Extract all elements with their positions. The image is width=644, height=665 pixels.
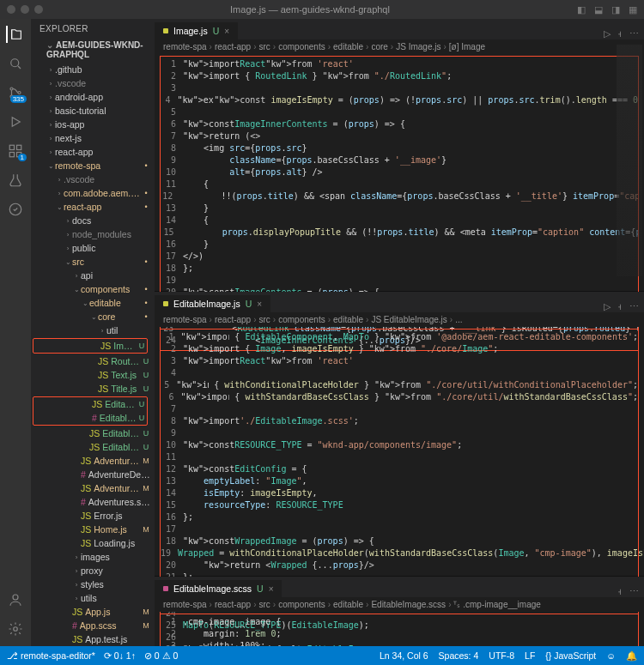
svg-point-10 (14, 627, 18, 632)
folder-remotespa[interactable]: ⌄remote-spa• (31, 159, 151, 172)
folder-basic[interactable]: ›basic-tutorial (31, 104, 151, 118)
close-icon[interactable]: × (224, 27, 229, 36)
breadcrumb-2[interactable]: remote-spa › react-app › src › component… (155, 312, 644, 327)
folder-docs[interactable]: ›docs (31, 214, 151, 227)
file-advdetailscss[interactable]: #AdventureDetail.scss (31, 468, 151, 481)
run-debug-icon[interactable] (7, 113, 24, 130)
file-editableimagejs[interactable]: JSEditableImage.jsU (33, 397, 147, 411)
svg-point-3 (18, 92, 21, 94)
file-apptestjs[interactable]: JSApp.test.js (31, 632, 151, 646)
panel-bottom-icon[interactable]: ⬓ (594, 4, 603, 15)
minimap[interactable] (617, 45, 642, 276)
file-loadingjs[interactable]: JSLoading.js (31, 536, 151, 550)
file-advdetailjs[interactable]: JSAdventureDetail.jsM (31, 454, 151, 468)
folder-reactapp1[interactable]: ›react-app (31, 145, 151, 159)
panel-left-icon[interactable]: ◧ (577, 4, 586, 15)
folder-public[interactable]: ›public (31, 241, 151, 255)
file-routedlink[interactable]: JSRoutedLink.jsU (31, 354, 151, 368)
max-dot[interactable] (34, 5, 43, 14)
tab-editableimage-scss[interactable]: EditableImage.scss U× (155, 580, 283, 597)
layout-icon[interactable]: ▦ (629, 4, 637, 15)
folder-utils[interactable]: ›utils (31, 591, 151, 605)
breadcrumb-3[interactable]: remote-spa › react-app › src › component… (155, 597, 644, 612)
split-icon[interactable]: ⫞ (617, 301, 623, 312)
window-title: Image.js — aem-guides-wknd-graphql (43, 4, 577, 15)
panel-right-icon[interactable]: ◨ (611, 4, 620, 15)
folder-comadobe[interactable]: ›com.adobe.aem.guides.wkn…• (31, 186, 151, 200)
folder-util[interactable]: ›util (31, 323, 151, 337)
folder-proxy[interactable]: ›proxy (31, 564, 151, 577)
close-icon[interactable]: × (257, 299, 262, 309)
editor-image-js: Image.js U× ▷ ⫞ ⋯ remote-spa › react-app… (155, 19, 644, 292)
indent-indicator[interactable]: Spaces: 4 (439, 650, 479, 662)
folder-api[interactable]: ›api (31, 269, 151, 282)
more-icon[interactable]: ⋯ (629, 586, 639, 597)
file-editabletextjs[interactable]: JSEditableText.jsU (31, 426, 151, 440)
file-adventuresscss[interactable]: #Adventures.scss (31, 495, 151, 509)
source-control-icon[interactable]: 335 (7, 84, 24, 101)
file-titlejs[interactable]: JSTitle.jsU (31, 382, 151, 396)
explorer-icon[interactable] (6, 26, 23, 43)
window-controls[interactable] (7, 5, 43, 14)
file-editableimagescss[interactable]: #EditableImage.scssU (33, 411, 147, 425)
scm-badge: 335 (10, 95, 27, 103)
encoding-indicator[interactable]: UTF-8 (489, 650, 514, 662)
folder-android[interactable]: ›android-app (31, 90, 151, 104)
more-icon[interactable]: ⋯ (629, 301, 639, 312)
file-appjs[interactable]: JSApp.jsM (31, 605, 151, 619)
file-textjs[interactable]: JSText.jsU (31, 368, 151, 382)
branch-indicator[interactable]: ⎇ remote-spa-editor* (7, 650, 95, 661)
extensions-icon[interactable]: 1 (7, 142, 24, 160)
eol-indicator[interactable]: LF (525, 650, 535, 662)
search-icon[interactable] (7, 55, 24, 72)
tab-actions-2: ▷ ⫞ ⋯ (604, 301, 644, 312)
tab-bar-1: Image.js U× ▷ ⫞ ⋯ (155, 19, 644, 39)
cursor-position[interactable]: Ln 34, Col 6 (380, 650, 428, 662)
folder-editable[interactable]: ⌄editable• (31, 296, 151, 310)
file-image-js[interactable]: JSImage.jsU (33, 339, 147, 353)
activity-bar: 335 1 (0, 19, 31, 646)
folder-ios[interactable]: ›ios-app (31, 118, 151, 131)
folder-components[interactable]: ⌄components• (31, 282, 151, 296)
folder-github[interactable]: ›.github (31, 63, 151, 76)
settings-gear-icon[interactable] (7, 620, 24, 638)
language-indicator[interactable]: {} JavaScript (545, 650, 596, 662)
split-icon[interactable]: ⫞ (617, 28, 623, 39)
remote-icon[interactable] (7, 201, 24, 218)
js-icon (163, 301, 168, 306)
folder-vscode2[interactable]: ›.vscode (31, 172, 151, 186)
testing-icon[interactable] (7, 172, 24, 189)
folder-reactapp2[interactable]: ⌄react-app• (31, 200, 151, 214)
sync-indicator[interactable]: ⟳ 0↓ 1↑ (104, 650, 136, 661)
file-errorjs[interactable]: JSError.js (31, 509, 151, 523)
feedback-icon[interactable]: ☺ (606, 650, 616, 662)
folder-nextjs[interactable]: ›next-js (31, 131, 151, 145)
tab-image-js[interactable]: Image.js U× (155, 22, 239, 39)
file-homejs[interactable]: JSHome.jsM (31, 523, 151, 536)
min-dot[interactable] (21, 5, 29, 14)
project-title[interactable]: ⌄AEM-GUIDES-WKND-GRAPHQL (31, 39, 155, 63)
editor-editableimage-js: EditableImage.js U× ▷ ⫞ ⋯ remote-spa › r… (155, 292, 644, 577)
file-editabletitlejs[interactable]: JSEditableTitle.jsU (31, 440, 151, 454)
problems-indicator[interactable]: ⊘ 0 ⚠ 0 (144, 650, 178, 661)
close-icon[interactable]: × (269, 584, 274, 594)
run-icon[interactable]: ▷ (604, 28, 611, 39)
close-dot[interactable] (7, 5, 15, 14)
run-icon[interactable]: ▷ (604, 301, 611, 312)
folder-images[interactable]: ›images (31, 550, 151, 564)
file-adventuresjs[interactable]: JSAdventures.jsM (31, 481, 151, 495)
split-icon[interactable]: ⫞ (617, 586, 623, 597)
folder-vscode[interactable]: ›.vscode (31, 76, 151, 90)
folder-nodemodules[interactable]: ›node_modules (31, 227, 151, 241)
folder-core[interactable]: ⌄core• (31, 310, 151, 323)
notification-bell-icon[interactable]: 🔔 (626, 650, 637, 662)
breadcrumb-1[interactable]: remote-spa › react-app › src › component… (155, 39, 644, 54)
js-icon (163, 28, 168, 33)
accounts-icon[interactable] (7, 591, 24, 608)
more-icon[interactable]: ⋯ (629, 28, 639, 39)
tab-editableimage-js[interactable]: EditableImage.js U× (155, 295, 271, 312)
folder-styles[interactable]: ›styles (31, 577, 151, 591)
folder-src[interactable]: ⌄src• (31, 255, 151, 269)
file-appscss[interactable]: #App.scssM (31, 619, 151, 632)
title-toolbar: ◧ ⬓ ◨ ▦ (577, 4, 637, 15)
